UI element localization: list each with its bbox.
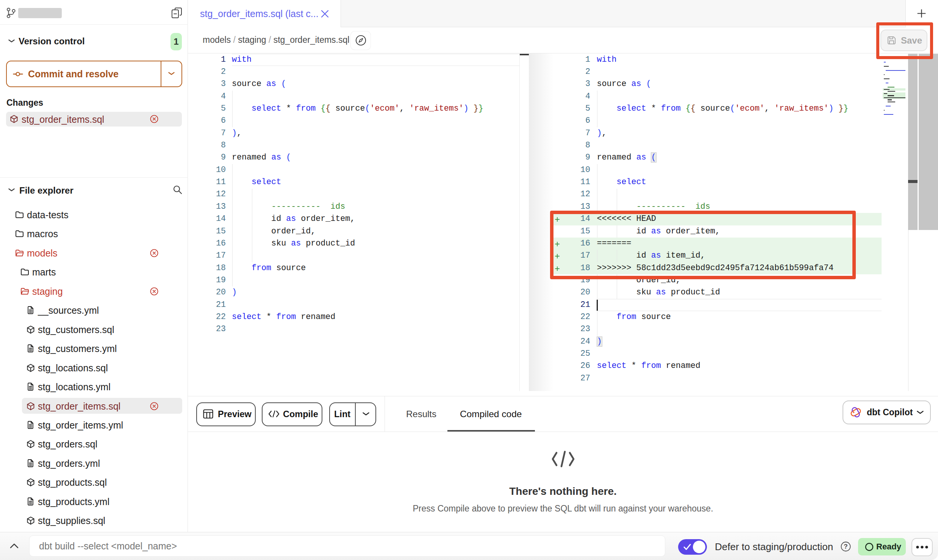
- svg-text:?: ?: [844, 543, 847, 550]
